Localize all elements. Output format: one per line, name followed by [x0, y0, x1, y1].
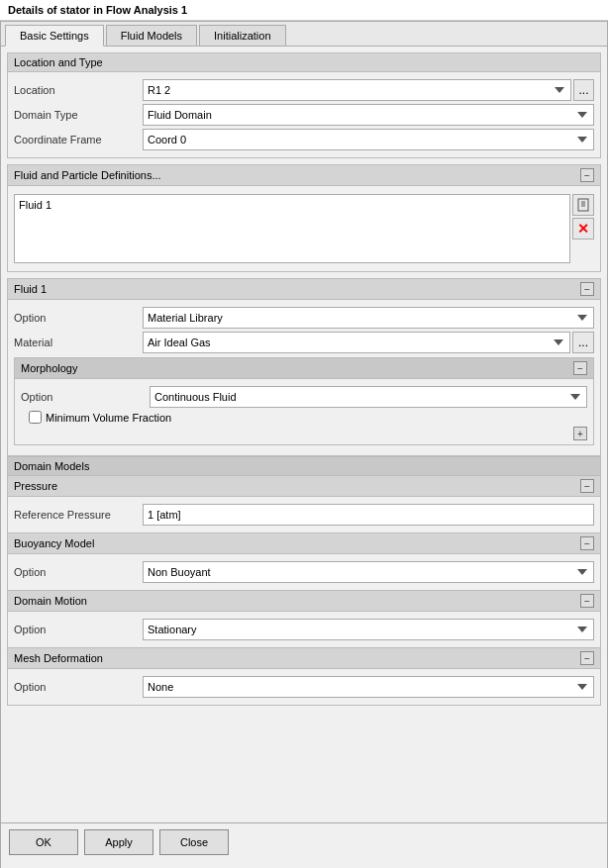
- min-vol-fraction-row: Minimum Volume Fraction: [29, 411, 587, 424]
- fluid1-option-control: Material Library: [143, 307, 594, 329]
- domain-type-row: Domain Type Fluid Domain: [14, 104, 594, 126]
- fluid-definitions-collapse[interactable]: −: [580, 168, 594, 182]
- morphology-option-select[interactable]: Continuous Fluid: [150, 386, 587, 408]
- location-row: Location R1 2 ...: [14, 79, 594, 101]
- morphology-option-control: Continuous Fluid: [150, 386, 587, 408]
- material-select[interactable]: Air Ideal Gas: [143, 332, 570, 353]
- fluid-list-toolbar: ✕: [572, 194, 594, 241]
- x-icon: ✕: [577, 221, 589, 237]
- fluid-1-item[interactable]: Fluid 1: [19, 199, 51, 211]
- buoyancy-collapse[interactable]: −: [580, 536, 594, 550]
- material-row: Material Air Ideal Gas ...: [14, 332, 594, 353]
- domain-motion-option-control: Stationary: [143, 619, 594, 640]
- ok-button[interactable]: OK: [9, 829, 78, 855]
- location-type-header: Location and Type: [7, 52, 601, 71]
- domain-type-label: Domain Type: [14, 109, 143, 121]
- fluid1-content: Option Material Library Material Air Ide…: [7, 300, 601, 456]
- fluid-definitions-header: Fluid and Particle Definitions... −: [7, 164, 601, 185]
- fluid-definitions-content: Fluid 1 ✕: [7, 185, 601, 272]
- ref-pressure-row: Reference Pressure 1 [atm]: [14, 504, 594, 526]
- morphology-option-label: Option: [21, 391, 150, 403]
- apply-button[interactable]: Apply: [84, 829, 153, 855]
- domain-motion-option-label: Option: [14, 624, 143, 635]
- footer: OK Apply Close: [1, 822, 607, 860]
- material-label: Material: [14, 337, 143, 348]
- location-type-label: Location and Type: [14, 56, 103, 68]
- buoyancy-option-control: Non Buoyant: [143, 561, 594, 583]
- tab-initialization[interactable]: Initialization: [199, 25, 285, 46]
- coord-frame-control: Coord 0: [143, 129, 594, 150]
- domain-motion-content: Option Stationary: [8, 612, 600, 648]
- tabs-bar: Basic Settings Fluid Models Initializati…: [1, 22, 607, 47]
- min-vol-fraction-checkbox[interactable]: [29, 411, 42, 424]
- domain-type-select[interactable]: Fluid Domain: [143, 104, 594, 126]
- fluid-list-area: Fluid 1: [14, 194, 570, 263]
- buoyancy-option-select[interactable]: Non Buoyant: [143, 561, 594, 583]
- fluid1-option-label: Option: [14, 312, 143, 324]
- mesh-deformation-collapse[interactable]: −: [580, 651, 594, 665]
- domain-models-section: Domain Models Pressure − Reference Press…: [7, 456, 601, 706]
- material-dots-button[interactable]: ...: [572, 332, 594, 353]
- close-button[interactable]: Close: [159, 829, 229, 855]
- location-select[interactable]: R1 2: [143, 79, 571, 101]
- coord-frame-select[interactable]: Coord 0: [143, 129, 594, 150]
- fluid1-section-label: Fluid 1: [14, 283, 47, 295]
- ref-pressure-control: 1 [atm]: [143, 504, 594, 526]
- location-control: R1 2 ...: [143, 79, 594, 101]
- morphology-header: Morphology −: [14, 357, 594, 379]
- tab-basic-settings[interactable]: Basic Settings: [5, 25, 104, 47]
- domain-motion-label: Domain Motion: [14, 595, 87, 607]
- buoyancy-option-label: Option: [14, 566, 143, 578]
- title-bar: Details of stator in Flow Analysis 1: [0, 0, 608, 21]
- fluid1-collapse[interactable]: −: [580, 282, 594, 296]
- mesh-deformation-content: Option None: [8, 669, 600, 705]
- min-vol-fraction-label: Minimum Volume Fraction: [46, 412, 171, 424]
- mesh-deformation-header: Mesh Deformation −: [8, 648, 600, 669]
- morphology-option-row: Option Continuous Fluid: [21, 386, 587, 408]
- morphology-content: Option Continuous Fluid Minimum Volume F…: [14, 379, 594, 445]
- fluid-definitions-label: Fluid and Particle Definitions...: [14, 169, 161, 181]
- domain-motion-header: Domain Motion −: [8, 591, 600, 612]
- fluid-list-wrapper: Fluid 1: [14, 194, 570, 263]
- pressure-collapse[interactable]: −: [580, 479, 594, 493]
- pressure-label: Pressure: [14, 480, 57, 492]
- pressure-header: Pressure −: [8, 476, 600, 497]
- morphology-expand-btn[interactable]: +: [573, 427, 587, 440]
- mesh-deformation-option-row: Option None: [14, 676, 594, 698]
- domain-motion-option-select[interactable]: Stationary: [143, 619, 594, 640]
- domain-type-control: Fluid Domain: [143, 104, 594, 126]
- svg-rect-0: [578, 199, 588, 211]
- mesh-deformation-label: Mesh Deformation: [14, 652, 103, 664]
- buoyancy-option-row: Option Non Buoyant: [14, 561, 594, 583]
- mesh-deformation-option-select[interactable]: None: [143, 676, 594, 698]
- morphology-label: Morphology: [21, 362, 77, 374]
- title-text: Details of stator in Flow Analysis 1: [8, 4, 187, 16]
- mesh-deformation-option-label: Option: [14, 681, 143, 693]
- page-icon: [576, 198, 590, 212]
- mesh-deformation-option-control: None: [143, 676, 594, 698]
- location-dots-button[interactable]: ...: [573, 79, 594, 101]
- ref-pressure-label: Reference Pressure: [14, 509, 143, 521]
- morphology-collapse[interactable]: −: [573, 361, 587, 375]
- fluid-add-button[interactable]: [572, 194, 594, 216]
- domain-models-title: Domain Models: [8, 457, 600, 476]
- buoyancy-label: Buoyancy Model: [14, 537, 94, 549]
- buoyancy-content: Option Non Buoyant: [8, 554, 600, 591]
- tab-fluid-models[interactable]: Fluid Models: [106, 25, 197, 46]
- location-label: Location: [14, 84, 143, 96]
- fluid-remove-button[interactable]: ✕: [572, 218, 594, 240]
- fluid-definitions-row: Fluid 1 ✕: [14, 194, 594, 263]
- pressure-content: Reference Pressure 1 [atm]: [8, 497, 600, 533]
- fluid1-option-select[interactable]: Material Library: [143, 307, 594, 329]
- location-type-content: Location R1 2 ... Domain Type Fluid Doma…: [7, 71, 601, 158]
- coord-frame-label: Coordinate Frame: [14, 134, 143, 145]
- buoyancy-header: Buoyancy Model −: [8, 533, 600, 554]
- fluid1-option-row: Option Material Library: [14, 307, 594, 329]
- ref-pressure-input[interactable]: 1 [atm]: [143, 504, 594, 526]
- coord-frame-row: Coordinate Frame Coord 0: [14, 129, 594, 150]
- domain-motion-option-row: Option Stationary: [14, 619, 594, 640]
- domain-models-label: Domain Models: [14, 460, 89, 472]
- material-select-wrap: Air Ideal Gas ...: [143, 332, 594, 353]
- fluid1-section-header: Fluid 1 −: [7, 278, 601, 300]
- domain-motion-collapse[interactable]: −: [580, 594, 594, 608]
